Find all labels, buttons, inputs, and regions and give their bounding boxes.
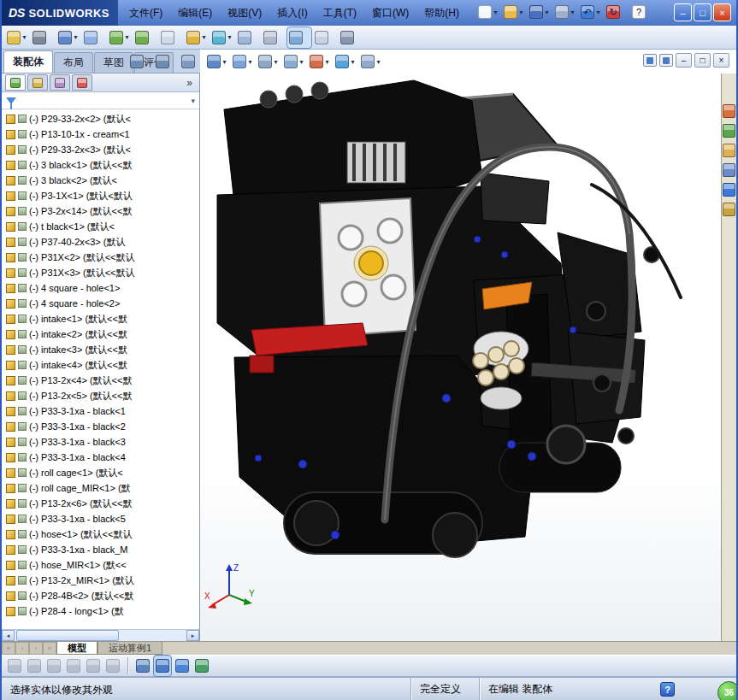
tab-scroll-icon[interactable]: › (29, 642, 43, 655)
panel-expand-chevron[interactable]: » (186, 77, 196, 89)
doc-minimize-button[interactable]: – (676, 53, 692, 68)
instant3d-icon[interactable] (339, 27, 363, 48)
tree-item[interactable]: (-) P33-3-1xa - black<5 (2, 511, 199, 526)
move-component-icon[interactable]: ▾ (108, 27, 132, 48)
tree-filter-row[interactable]: ▾ (2, 92, 199, 109)
tree-item[interactable]: (-) hose<1> (默认<<默认 (2, 526, 199, 542)
solidworks-resources-icon[interactable] (723, 104, 735, 118)
view-settings-icon[interactable]: ▾ (359, 51, 383, 72)
linear-component-pattern-icon[interactable]: ▾ (56, 27, 80, 48)
doc-pane-icon-2[interactable] (659, 54, 673, 67)
tree-horizontal-scrollbar[interactable]: ◂ ▸ (2, 629, 199, 641)
tab-assembly[interactable]: 装配体 (3, 50, 53, 73)
file-explorer-icon[interactable] (723, 144, 735, 157)
tab-scroll-icon[interactable]: « (2, 642, 15, 655)
edit-appearance-icon[interactable]: ▾ (308, 51, 332, 72)
minimize-button[interactable]: – (674, 3, 692, 21)
tab-model[interactable]: 模型 (56, 642, 97, 655)
filter-solids-icon[interactable] (104, 656, 121, 676)
rebuild-icon[interactable]: ↻ (605, 2, 629, 22)
doc-close-button[interactable]: × (713, 53, 729, 68)
tree-item[interactable]: (-) 3 black<2> (默认< (2, 173, 199, 188)
design-library-icon[interactable] (723, 124, 735, 138)
model-3d-view[interactable] (200, 74, 724, 641)
tab-scroll-icon[interactable]: ‹ (15, 642, 29, 655)
tree-item[interactable]: (-) P29-33-2x<3> (默认< (2, 142, 199, 157)
tree-item[interactable]: (-) intake<4> (默认<<默 (2, 357, 199, 373)
scrollbar-thumb[interactable] (16, 630, 119, 641)
tree-item[interactable]: (-) 4 square - hole<1> (2, 280, 199, 296)
tree-item[interactable]: (-) P3-2x<14> (默认<<默 (2, 203, 199, 219)
tree-item[interactable]: (-) t black<1> (默认< (2, 219, 199, 234)
zoom-to-area-icon[interactable] (154, 51, 178, 72)
quick-snaps-icon[interactable] (134, 656, 151, 676)
filter-faces-icon[interactable] (65, 656, 82, 676)
interference-detection-icon[interactable] (262, 27, 286, 48)
appearances-scenes-icon[interactable] (723, 183, 735, 197)
filter-surfaces-icon[interactable] (85, 656, 102, 676)
print-icon[interactable]: ▾ (553, 2, 577, 22)
tree-item[interactable]: (-) P28-4 - long<1> (默 (2, 603, 199, 619)
tree-item[interactable]: (-) intake<2> (默认<<默 (2, 326, 199, 342)
tab-layout[interactable]: 布局 (54, 52, 93, 73)
tree-item[interactable]: (-) P29-33-2x<2> (默认< (2, 111, 199, 126)
tree-item[interactable]: (-) intake<3> (默认<<默 (2, 342, 199, 357)
tree-item[interactable]: (-) P37-40-2x<3> (默认 (2, 234, 199, 250)
tree-item[interactable]: (-) P31X<2> (默认<<默认 (2, 250, 199, 265)
selection-filter-toggle-icon[interactable] (154, 656, 171, 676)
tree-item[interactable]: (-) P13-2x<6> (默认<<默 (2, 496, 199, 511)
menu-item[interactable]: 工具(T) (316, 0, 364, 26)
hide-show-items-icon[interactable]: ▾ (282, 51, 306, 72)
menu-item[interactable]: 视图(V) (220, 0, 269, 26)
close-button[interactable]: × (713, 3, 731, 21)
display-style-icon[interactable]: ▾ (257, 51, 280, 72)
tree-item[interactable]: (-) intake<1> (默认<<默 (2, 311, 199, 326)
menu-item[interactable]: 文件(F) (121, 0, 170, 26)
apply-scene-icon[interactable]: ▾ (334, 51, 357, 72)
doc-pane-icon-1[interactable] (643, 54, 657, 67)
graphics-area[interactable]: Z X Y (200, 74, 724, 641)
menu-item[interactable]: 窗口(W) (364, 0, 416, 26)
menu-item[interactable]: 插入(I) (269, 0, 315, 26)
menu-item[interactable]: 帮助(H) (416, 0, 467, 26)
tree-item[interactable]: (-) 4 square - hole<2> (2, 296, 199, 311)
exploded-view-icon[interactable] (313, 27, 337, 48)
propertymanager-tab[interactable] (27, 74, 48, 91)
new-document-icon[interactable]: ▾ (476, 2, 500, 22)
tree-item[interactable]: (-) P13-2x<5> (默认<<默 (2, 388, 199, 403)
assembly-features-icon[interactable]: ▾ (185, 27, 209, 48)
smart-fasteners-icon[interactable] (82, 27, 106, 48)
scrollbar-track[interactable] (15, 630, 186, 641)
table-icon[interactable] (193, 656, 210, 676)
menu-item[interactable]: 编辑(E) (170, 0, 220, 26)
featuremanager-tab[interactable] (5, 74, 26, 91)
tree-item[interactable]: (-) roll cage<1> (默认< (2, 465, 199, 480)
tree-item[interactable]: (-) P28-4B<2> (默认<<默 (2, 588, 199, 603)
configurationmanager-tab[interactable] (50, 74, 70, 91)
filter-vertices-icon[interactable] (26, 656, 43, 676)
filter-clear-icon[interactable] (6, 656, 23, 676)
scroll-right-icon[interactable]: ▸ (186, 630, 199, 641)
filter-dropdown-icon[interactable]: ▾ (191, 97, 195, 105)
view-palette-icon[interactable] (723, 163, 735, 177)
tree-item[interactable]: (-) P33-3-1xa - black_M (2, 542, 199, 557)
tree-item[interactable]: (-) P33-3-1xa - black<3 (2, 434, 199, 450)
insert-component-icon[interactable]: ▾ (5, 27, 29, 48)
isolate-icon[interactable] (287, 27, 311, 48)
displaymanager-tab[interactable] (72, 74, 92, 91)
section-view-icon[interactable]: ▾ (205, 51, 229, 72)
new-motion-study-icon[interactable] (236, 27, 260, 48)
undo-icon[interactable]: ↶ ▾ (579, 2, 603, 22)
tree-item[interactable]: (-) P33-3-1xa - black<1 (2, 403, 199, 419)
maximize-button[interactable]: □ (694, 3, 711, 21)
reference-geometry-icon[interactable]: ▾ (210, 27, 234, 48)
tree-item[interactable]: (-) P13-2x<4> (默认<<默 (2, 373, 199, 388)
tree-item[interactable]: (-) 3 black<1> (默认<<默 (2, 157, 199, 173)
grid-snap-icon[interactable] (174, 656, 191, 676)
rotate-component-icon[interactable] (133, 27, 157, 48)
tab-scroll-icon[interactable]: » (43, 642, 56, 655)
open-icon[interactable]: ▾ (502, 2, 526, 22)
view-orientation-icon[interactable]: ▾ (231, 51, 255, 72)
custom-properties-icon[interactable] (723, 203, 735, 216)
save-icon[interactable]: ▾ (528, 2, 552, 22)
